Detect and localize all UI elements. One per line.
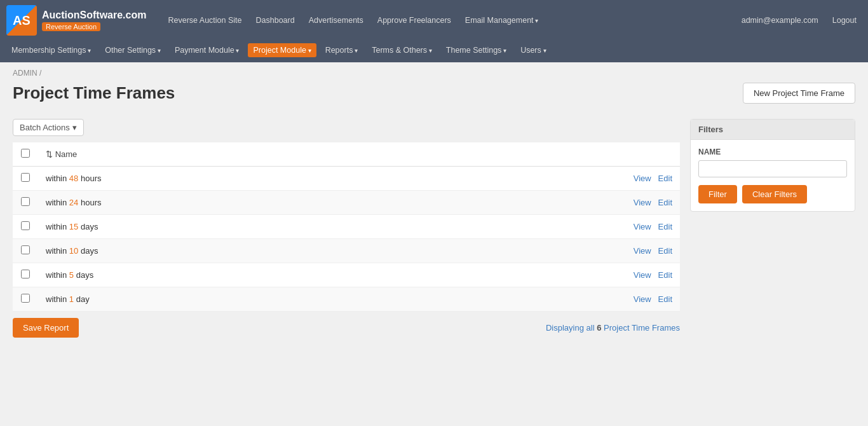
- edit-link-2[interactable]: Edit: [658, 222, 672, 231]
- nav-dashboard[interactable]: Dashboard: [251, 13, 300, 27]
- nav-payment-module[interactable]: Payment Module: [170, 43, 245, 57]
- row-name-cell: within 48 hours: [38, 167, 402, 191]
- filters-box: Filters NAME Filter Clear Filters: [690, 119, 855, 212]
- actions-column-header: [402, 142, 680, 167]
- row-checkbox-4[interactable]: [21, 270, 30, 278]
- nav-other-settings[interactable]: Other Settings: [100, 43, 166, 57]
- row-name-cell: within 15 days: [38, 215, 402, 239]
- view-link-4[interactable]: View: [634, 270, 651, 280]
- project-time-frames-table: ⇅ Name within 48 hours View Edit within …: [13, 142, 680, 312]
- row-actions-cell: View Edit: [402, 215, 680, 239]
- filters-body: NAME Filter Clear Filters: [691, 140, 855, 211]
- edit-link-0[interactable]: Edit: [658, 174, 672, 183]
- view-link-0[interactable]: View: [634, 174, 651, 183]
- table-row: within 1 day View Edit: [13, 287, 680, 312]
- nav-advertisements[interactable]: Advertisements: [304, 13, 369, 27]
- view-link-1[interactable]: View: [634, 198, 651, 207]
- filter-button[interactable]: Filter: [698, 185, 737, 203]
- name-filter-input[interactable]: [698, 160, 847, 177]
- breadcrumb-admin[interactable]: ADMIN: [13, 69, 37, 78]
- breadcrumb: ADMIN /: [13, 69, 855, 78]
- batch-area: Batch Actions ▾: [13, 119, 680, 136]
- row-checkbox-3[interactable]: [21, 245, 30, 254]
- row-checkbox-0[interactable]: [21, 173, 30, 182]
- table-row: within 10 days View Edit: [13, 239, 680, 263]
- row-checkbox-5[interactable]: [21, 294, 30, 303]
- name-filter-label: NAME: [698, 148, 847, 156]
- view-link-3[interactable]: View: [634, 246, 651, 256]
- highlight-number: 1: [69, 294, 74, 304]
- table-row: within 48 hours View Edit: [13, 167, 680, 191]
- main-panel: Batch Actions ▾ ⇅ Name: [13, 119, 680, 338]
- row-actions-cell: View Edit: [402, 263, 680, 287]
- edit-link-4[interactable]: Edit: [658, 270, 672, 280]
- table-row: within 5 days View Edit: [13, 263, 680, 287]
- row-actions-cell: View Edit: [402, 287, 680, 312]
- logo-area: AS AuctionSoftware.com Reverse Auction: [6, 5, 146, 36]
- nav-reverse-auction-site[interactable]: Reverse Auction Site: [163, 13, 247, 27]
- filter-buttons: Filter Clear Filters: [698, 185, 847, 203]
- nav-theme-settings[interactable]: Theme Settings: [441, 43, 512, 57]
- logo-icon: AS: [6, 5, 37, 36]
- nav-terms-others[interactable]: Terms & Others: [367, 43, 437, 57]
- highlight-number: 24: [69, 198, 78, 207]
- nav-project-module[interactable]: Project Module: [248, 43, 316, 57]
- nav-users[interactable]: Users: [515, 43, 551, 57]
- clear-filters-button[interactable]: Clear Filters: [742, 185, 807, 203]
- nav-membership-settings[interactable]: Membership Settings: [6, 43, 96, 57]
- row-actions-cell: View Edit: [402, 191, 680, 215]
- displaying-all-link: all 6: [587, 323, 602, 333]
- nav-approve-freelancers[interactable]: Approve Freelancers: [372, 13, 456, 27]
- highlight-number: 48: [69, 174, 78, 183]
- filters-header: Filters: [691, 120, 855, 140]
- edit-link-5[interactable]: Edit: [658, 294, 672, 304]
- row-checkbox-2[interactable]: [21, 221, 30, 230]
- row-checkbox-cell: [13, 191, 38, 215]
- row-name-cell: within 1 day: [38, 287, 402, 312]
- displaying-suffix: Project Time Frames: [604, 323, 680, 333]
- row-actions-cell: View Edit: [402, 239, 680, 263]
- breadcrumb-separator: /: [39, 69, 41, 78]
- sort-icon: ⇅: [46, 149, 55, 159]
- view-link-2[interactable]: View: [634, 222, 651, 231]
- batch-actions-arrow-icon: ▾: [72, 123, 77, 132]
- select-all-checkbox[interactable]: [21, 149, 30, 158]
- row-name-cell: within 24 hours: [38, 191, 402, 215]
- row-checkbox-1[interactable]: [21, 197, 30, 206]
- new-project-time-frame-button[interactable]: New Project Time Frame: [743, 83, 855, 104]
- row-checkbox-cell: [13, 167, 38, 191]
- filters-sidebar: Filters NAME Filter Clear Filters: [690, 119, 855, 338]
- row-actions-cell: View Edit: [402, 167, 680, 191]
- nav-email-management[interactable]: Email Management: [460, 13, 543, 27]
- brand-name: AuctionSoftware.com: [42, 10, 146, 21]
- save-report-button[interactable]: Save Report: [13, 318, 79, 338]
- row-checkbox-cell: [13, 239, 38, 263]
- row-name-cell: within 10 days: [38, 239, 402, 263]
- brand-tag: Reverse Auction: [42, 22, 100, 31]
- brand-text: AuctionSoftware.com Reverse Auction: [42, 10, 146, 31]
- nav-logout[interactable]: Logout: [827, 13, 862, 27]
- row-checkbox-cell: [13, 215, 38, 239]
- batch-actions-button[interactable]: Batch Actions ▾: [13, 119, 84, 136]
- edit-link-1[interactable]: Edit: [658, 198, 672, 207]
- row-checkbox-cell: [13, 287, 38, 312]
- displaying-text: Displaying all 6 Project Time Frames: [546, 323, 680, 333]
- nav-admin-email[interactable]: admin@example.com: [736, 13, 824, 27]
- table-row: within 15 days View Edit: [13, 215, 680, 239]
- view-link-5[interactable]: View: [634, 294, 651, 304]
- row-checkbox-cell: [13, 263, 38, 287]
- edit-link-3[interactable]: Edit: [658, 246, 672, 256]
- highlight-number: 10: [69, 246, 78, 256]
- highlight-number: 15: [69, 222, 78, 231]
- select-all-header: [13, 142, 38, 167]
- nav-reports[interactable]: Reports: [320, 43, 363, 57]
- displaying-prefix: Displaying: [546, 323, 584, 333]
- highlight-number: 5: [69, 270, 74, 280]
- table-row: within 24 hours View Edit: [13, 191, 680, 215]
- name-column-header[interactable]: ⇅ Name: [38, 142, 402, 167]
- batch-actions-label: Batch Actions: [20, 123, 70, 132]
- footer-row: Save Report Displaying all 6 Project Tim…: [13, 318, 680, 338]
- page-title: Project Time Frames: [13, 83, 175, 103]
- logo-letters: AS: [13, 13, 31, 28]
- row-name-cell: within 5 days: [38, 263, 402, 287]
